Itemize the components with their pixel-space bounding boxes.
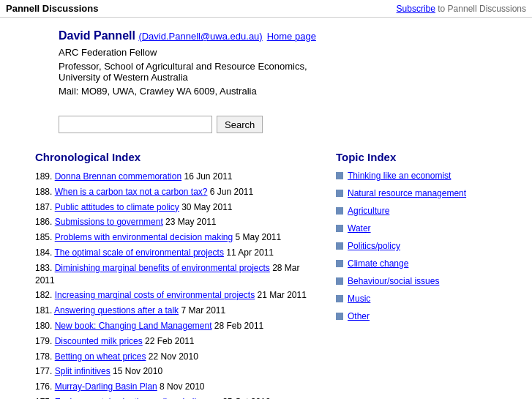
chron-item-link[interactable]: The optimal scale of environmental proje…	[54, 247, 223, 258]
chron-item-link[interactable]: Increasing marginal costs of environment…	[55, 290, 255, 300]
topic-item-link[interactable]: Climate change	[348, 258, 408, 269]
topic-icon	[336, 313, 343, 320]
list-item: 182. Increasing marginal costs of enviro…	[35, 289, 321, 302]
list-item: 175. Environmental valuation: policy cha…	[35, 396, 321, 399]
search-button[interactable]: Search	[217, 116, 263, 133]
list-item: 187. Public attitudes to climate policy …	[35, 201, 321, 214]
profile-section: David Pannell (David.Pannell@uwa.edu.au)…	[0, 18, 532, 111]
topic-icon	[336, 295, 343, 302]
chron-item-link[interactable]: Public attitudes to climate policy	[55, 202, 179, 212]
list-item: Agriculture	[336, 206, 512, 216]
list-item: 186. Submissions to government 23 May 20…	[35, 216, 321, 228]
chron-item-link[interactable]: When is a carbon tax not a carbon tax?	[55, 187, 208, 197]
chronological-index: Chronological Index 189. Donna Brennan c…	[6, 151, 321, 399]
list-item: 177. Split infinitives 15 Nov 2010	[35, 365, 321, 378]
author-name: David Pannell (David.Pannell@uwa.edu.au)…	[59, 29, 473, 42]
topic-item-link[interactable]: Behaviour/social issues	[348, 276, 439, 286]
list-item: 178. Betting on wheat prices 22 Nov 2010	[35, 351, 321, 363]
site-title: Pannell Discussions	[6, 3, 98, 14]
chron-item-link[interactable]: Diminishing marginal benefits of environ…	[55, 263, 270, 273]
list-item: Water	[336, 223, 512, 234]
topic-index: Topic Index Thinking like an economistNa…	[336, 151, 526, 399]
subscribe-link[interactable]: Subscribe	[397, 4, 435, 14]
list-item: 176. Murray-Darling Basin Plan 8 Nov 201…	[35, 381, 321, 393]
topic-icon	[336, 172, 343, 179]
topic-icon	[336, 207, 343, 215]
main-content: Chronological Index 189. Donna Brennan c…	[0, 145, 532, 399]
chron-item-link[interactable]: Discounted milk prices	[55, 336, 143, 346]
list-item: Politics/policy	[336, 241, 512, 251]
topic-index-heading: Topic Index	[336, 151, 512, 163]
topic-icon	[336, 190, 343, 197]
chron-item-link[interactable]: Split infinitives	[55, 366, 110, 376]
search-input[interactable]	[59, 116, 212, 133]
list-item: 183. Diminishing marginal benefits of en…	[35, 262, 321, 287]
list-item: 179. Discounted milk prices 22 Feb 2011	[35, 335, 321, 348]
chron-item-link[interactable]: Answering questions after a talk	[54, 305, 179, 316]
site-header: Pannell Discussions Subscribe to Pannell…	[0, 0, 532, 18]
topic-item-link[interactable]: Natural resource management	[348, 188, 466, 198]
chron-item-link[interactable]: Problems with environmental decision mak…	[55, 232, 233, 242]
topic-item-link[interactable]: Agriculture	[348, 206, 389, 216]
chron-item-link[interactable]: Betting on wheat prices	[55, 351, 146, 362]
list-item: Behaviour/social issues	[336, 276, 512, 286]
chron-item-link[interactable]: Donna Brennan commemoration	[55, 171, 181, 182]
chron-item-link[interactable]: New book: Changing Land Management	[55, 321, 212, 331]
topic-item-link[interactable]: Water	[348, 223, 371, 234]
topic-list: Thinking like an economistNatural resour…	[336, 171, 512, 321]
arc-title: ARC Federation Fellow	[59, 47, 473, 58]
topic-icon	[336, 260, 343, 267]
list-item: 180. New book: Changing Land Management …	[35, 320, 321, 332]
topic-icon	[336, 277, 343, 285]
list-item: 188. When is a carbon tax not a carbon t…	[35, 186, 321, 198]
topic-icon	[336, 242, 343, 250]
mail-address: Mail: MO89, UWA, Crawley WA 6009, Austra…	[59, 86, 473, 97]
chron-item-link[interactable]: Murray-Darling Basin Plan	[55, 381, 157, 392]
list-item: Music	[336, 294, 512, 304]
list-item: Other	[336, 311, 512, 321]
list-item: 185. Problems with environmental decisio…	[35, 231, 321, 244]
list-item: 181. Answering questions after a talk 7 …	[35, 305, 321, 317]
subscribe-text: Subscribe to Pannell Discussions	[397, 4, 526, 14]
list-item: Natural resource management	[336, 188, 512, 198]
name-text: David Pannell	[59, 29, 138, 42]
list-item: 189. Donna Brennan commemoration 16 Jun …	[35, 171, 321, 183]
list-item: Climate change	[336, 258, 512, 269]
list-item: 184. The optimal scale of environmental …	[35, 247, 321, 259]
topic-item-link[interactable]: Other	[348, 311, 370, 321]
chron-list: 189. Donna Brennan commemoration 16 Jun …	[35, 171, 321, 399]
chron-item-link[interactable]: Submissions to government	[55, 217, 163, 227]
chron-index-heading: Chronological Index	[35, 151, 321, 163]
topic-item-link[interactable]: Thinking like an economist	[348, 171, 451, 181]
topic-item-link[interactable]: Music	[348, 294, 370, 304]
list-item: Thinking like an economist	[336, 171, 512, 181]
author-email-link[interactable]: (David.Pannell@uwa.edu.au)	[138, 31, 262, 42]
search-section: Search	[0, 111, 532, 145]
homepage-link[interactable]: Home page	[267, 31, 316, 42]
topic-item-link[interactable]: Politics/policy	[348, 241, 400, 251]
affiliation: Professor, School of Agricultural and Re…	[59, 61, 473, 83]
topic-icon	[336, 225, 343, 232]
